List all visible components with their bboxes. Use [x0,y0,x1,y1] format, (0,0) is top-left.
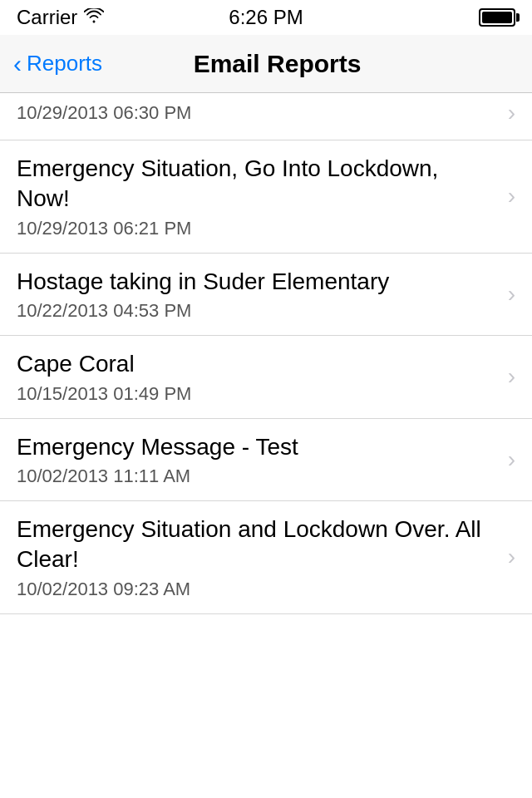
list-item-date: 10/29/2013 06:30 PM [17,102,495,124]
list-item-date: 10/15/2013 01:49 PM [17,383,495,405]
chevron-left-icon: ‹ [13,52,22,76]
list-item[interactable]: Emergency Situation, Go Into Lockdown, N… [0,140,532,254]
list-item-title: Emergency Message - Test [17,432,495,462]
chevron-right-icon: › [508,446,515,473]
list-item-content: Hostage taking in Suder Elementary 10/22… [17,267,508,322]
battery-fill [482,12,512,23]
list-item-content: Emergency Situation and Lockdown Over. A… [17,515,508,600]
carrier-info: Carrier [17,6,104,29]
list-item-date: 10/02/2013 11:11 AM [17,466,495,487]
wifi-icon [84,7,104,28]
nav-bar: ‹ Reports Email Reports [0,35,532,93]
chevron-right-icon: › [508,363,515,390]
chevron-right-icon: › [508,183,515,209]
list-item-content: 10/29/2013 06:30 PM [17,102,508,124]
list-item-title: Emergency Situation, Go Into Lockdown, N… [17,154,495,214]
chevron-right-icon: › [508,281,515,308]
list-item[interactable]: Hostage taking in Suder Elementary 10/22… [0,254,532,336]
list-item[interactable]: Cape Coral 10/15/2013 01:49 PM › [0,336,532,418]
battery-icon [479,8,515,27]
list-item[interactable]: Emergency Situation and Lockdown Over. A… [0,501,532,614]
status-bar: Carrier 6:26 PM [0,0,532,35]
chevron-right-icon: › [508,544,515,570]
page-title: Email Reports [102,50,452,78]
list-item-title: Cape Coral [17,349,495,379]
list-item-date: 10/22/2013 04:53 PM [17,300,495,322]
list-item[interactable]: 10/29/2013 06:30 PM › [0,93,532,140]
list-item-date: 10/29/2013 06:21 PM [17,218,495,239]
reports-list: 10/29/2013 06:30 PM › Emergency Situatio… [0,93,532,614]
list-item-content: Emergency Situation, Go Into Lockdown, N… [17,154,508,239]
time-display: 6:26 PM [229,6,303,29]
back-label: Reports [27,51,102,76]
list-item-content: Emergency Message - Test 10/02/2013 11:1… [17,432,508,487]
list-item-title: Hostage taking in Suder Elementary [17,267,495,297]
list-item[interactable]: Emergency Message - Test 10/02/2013 11:1… [0,419,532,501]
battery-indicator [479,8,515,27]
list-item-date: 10/02/2013 09:23 AM [17,579,495,600]
list-item-title: Emergency Situation and Lockdown Over. A… [17,515,495,575]
list-item-content: Cape Coral 10/15/2013 01:49 PM [17,349,508,404]
chevron-right-icon: › [508,100,515,126]
back-button[interactable]: ‹ Reports [13,51,102,76]
carrier-label: Carrier [17,6,77,29]
